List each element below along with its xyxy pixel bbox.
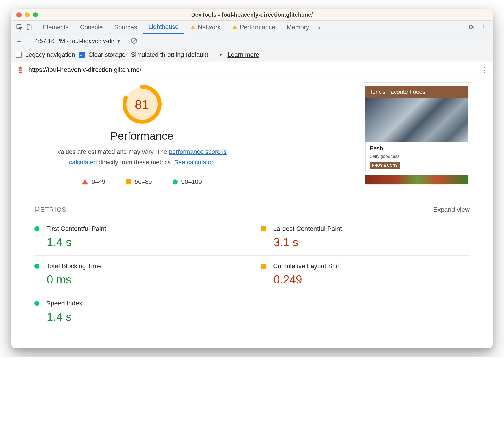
clear-storage-label: Clear storage	[88, 51, 126, 58]
report-url-bar: https://foul-heavenly-direction.glitch.m…	[11, 62, 493, 78]
divider	[30, 37, 30, 46]
square-icon	[261, 226, 266, 231]
circle-icon	[34, 263, 39, 269]
score-column: 81 Performance Values are estimated and …	[32, 82, 261, 185]
preview-badge: PROS & CONS	[370, 162, 400, 169]
minimize-window-button[interactable]	[25, 12, 30, 18]
lighthouse-report: 81 Performance Values are estimated and …	[11, 78, 493, 348]
more-tabs-button[interactable]: »	[317, 24, 321, 31]
preview-card-subtitle: Salty goodness	[370, 154, 464, 159]
divider	[126, 37, 126, 46]
preview-header: Tony's Favorite Foods	[365, 86, 468, 98]
svg-rect-6	[235, 28, 235, 29]
svg-rect-11	[19, 71, 21, 72]
circle-icon	[34, 226, 39, 231]
preview-image	[365, 98, 468, 142]
metric-value: 0.249	[261, 273, 470, 286]
preview-image-2	[365, 175, 468, 184]
svg-rect-5	[235, 27, 235, 28]
page-screenshot-preview: Tony's Favorite Foods Fesh Salty goodnes…	[362, 82, 472, 188]
close-window-button[interactable]	[17, 12, 21, 18]
tab-sources[interactable]: Sources	[109, 21, 142, 34]
see-calculator-link[interactable]: See calculator.	[174, 159, 215, 166]
preview-card: Fesh Salty goodness PROS & CONS	[365, 142, 468, 172]
tab-performance[interactable]: Performance	[227, 21, 280, 34]
lighthouse-icon	[16, 66, 24, 74]
legend-average: 50–89	[126, 178, 152, 185]
legacy-navigation-label: Legacy navigation	[25, 51, 75, 58]
expand-view-button[interactable]: Expand view	[433, 206, 470, 213]
report-header: 81 Performance Values are estimated and …	[23, 82, 481, 197]
chevron-down-icon: ▼	[116, 38, 121, 44]
legacy-navigation-checkbox[interactable]	[16, 52, 21, 58]
svg-line-8	[132, 39, 136, 42]
metric-name: Cumulative Layout Shift	[273, 263, 341, 270]
svg-rect-10	[19, 69, 21, 70]
metric-value: 1.4 s	[34, 310, 238, 324]
learn-more-link[interactable]: Learn more	[228, 51, 259, 58]
triangle-icon	[82, 179, 88, 184]
inspect-tools	[14, 23, 37, 32]
metric-value: 0 ms	[34, 273, 238, 286]
square-icon	[126, 179, 131, 184]
clear-button[interactable]	[131, 37, 137, 45]
metric-si[interactable]: Speed Index 1.4 s	[34, 293, 252, 330]
report-select-label: 4:57:16 PM - foul-heavenly-dir	[35, 37, 114, 45]
tab-lighthouse[interactable]: Lighthouse	[143, 21, 184, 34]
tab-memory[interactable]: Memory	[282, 21, 314, 34]
report-url: https://foul-heavenly-direction.glitch.m…	[28, 66, 141, 73]
metric-name: Largest Contentful Paint	[273, 225, 342, 232]
warning-icon	[190, 25, 196, 30]
metric-value: 3.1 s	[261, 236, 470, 249]
legend-fail: 0–49	[82, 178, 105, 185]
metric-cls[interactable]: Cumulative Layout Shift 0.249	[252, 255, 470, 293]
chevron-down-icon[interactable]: ▼	[217, 52, 224, 57]
devtools-tabbar: Elements Console Sources Lighthouse Netw…	[11, 21, 493, 34]
throttling-label: Simulated throttling (default)	[131, 51, 209, 58]
performance-gauge: 81	[123, 85, 162, 124]
preview-card-title: Fesh	[370, 145, 464, 152]
metrics-header: METRICS Expand view	[23, 197, 481, 218]
square-icon	[261, 263, 266, 269]
settings-icon[interactable]	[468, 24, 474, 31]
metric-value: 1.4 s	[34, 236, 238, 249]
svg-rect-3	[193, 27, 193, 28]
titlebar: DevTools - foul-heavenly-direction.glitc…	[11, 9, 493, 21]
metric-empty	[252, 293, 470, 330]
circle-icon	[173, 179, 178, 184]
metric-name: Total Blocking Time	[46, 263, 101, 270]
performance-score: 81	[123, 85, 162, 124]
new-report-button[interactable]: ＋	[16, 36, 25, 46]
legend-good: 90–100	[173, 178, 202, 185]
inspect-element-icon[interactable]	[16, 24, 23, 31]
score-legend: 0–49 50–89 90–100	[82, 178, 202, 185]
window-title: DevTools - foul-heavenly-direction.glitc…	[11, 11, 493, 18]
metric-name: Speed Index	[46, 300, 82, 307]
report-menu-icon[interactable]: ⋮	[481, 66, 488, 74]
kebab-menu-icon[interactable]: ⋮	[480, 23, 486, 31]
device-toolbar-icon[interactable]	[26, 24, 33, 31]
tab-network[interactable]: Network	[185, 21, 226, 34]
tab-elements[interactable]: Elements	[38, 21, 74, 34]
circle-icon	[34, 301, 39, 306]
svg-rect-4	[193, 28, 193, 29]
metrics-grid: First Contentful Paint 1.4 s Largest Con…	[23, 218, 481, 330]
metric-fcp[interactable]: First Contentful Paint 1.4 s	[34, 218, 252, 255]
tab-console[interactable]: Console	[75, 21, 108, 34]
maximize-window-button[interactable]	[33, 12, 38, 18]
score-description: Values are estimated and may vary. The p…	[48, 147, 236, 168]
devtools-window: DevTools - foul-heavenly-direction.glitc…	[11, 9, 493, 348]
metric-name: First Contentful Paint	[46, 225, 106, 232]
report-select[interactable]: 4:57:16 PM - foul-heavenly-dir ▼	[35, 37, 121, 45]
metrics-title: METRICS	[34, 206, 66, 213]
score-title: Performance	[110, 130, 174, 142]
report-toolbar: ＋ 4:57:16 PM - foul-heavenly-dir ▼	[11, 34, 493, 48]
svg-rect-2	[29, 26, 32, 30]
warning-icon	[232, 25, 238, 30]
lighthouse-options: Legacy navigation ✓ Clear storage Simula…	[11, 48, 493, 62]
metric-tbt[interactable]: Total Blocking Time 0 ms	[34, 255, 252, 293]
svg-rect-9	[19, 68, 21, 73]
metric-lcp[interactable]: Largest Contentful Paint 3.1 s	[252, 218, 470, 255]
traffic-lights	[17, 12, 38, 18]
clear-storage-checkbox[interactable]: ✓	[79, 52, 85, 58]
